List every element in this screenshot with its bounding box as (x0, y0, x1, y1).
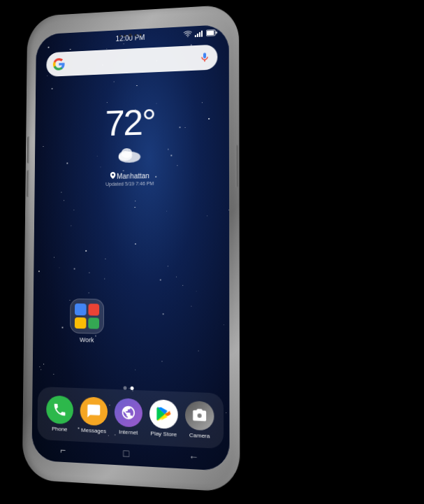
playstore-app-icon (149, 399, 178, 429)
svg-rect-2 (199, 32, 200, 37)
mic-icon[interactable] (199, 52, 210, 64)
svg-rect-0 (195, 35, 196, 37)
weather-widget: 72° Manhattan Updated 5/19 7:46 PM (105, 104, 155, 187)
work-folder-label: Work (70, 336, 104, 344)
phone-app-label: Phone (52, 426, 67, 433)
volume-down-button[interactable] (27, 170, 29, 197)
folder-app-4 (88, 317, 99, 329)
internet-app-label: Internet (119, 429, 138, 435)
location-pin-icon (110, 171, 115, 178)
messages-app-label: Messages (81, 427, 106, 435)
search-field[interactable] (69, 58, 199, 64)
messages-app-icon (80, 396, 108, 426)
svg-rect-1 (197, 34, 198, 37)
svg-rect-3 (201, 31, 203, 37)
power-button[interactable] (235, 145, 237, 187)
dock-messages[interactable]: Messages (80, 396, 108, 434)
phone-shell: 12:00 PM (22, 4, 240, 493)
folder-icon (70, 298, 104, 334)
wifi-icon (184, 30, 192, 38)
signal-icon (195, 30, 203, 38)
phone-wrapper: 12:00 PM (0, 0, 424, 504)
work-folder[interactable]: Work (70, 298, 104, 344)
battery-icon (206, 29, 217, 37)
dock-internet[interactable]: Internet (115, 398, 142, 436)
app-dock: Phone Messages (37, 387, 224, 449)
recent-apps-button[interactable]: ⌐ (60, 444, 66, 456)
dock-camera[interactable]: Camera (185, 401, 214, 440)
google-logo (53, 58, 65, 71)
svg-rect-5 (207, 31, 214, 35)
dock-phone[interactable]: Phone (46, 395, 73, 433)
weather-icon (115, 143, 145, 164)
folder-app-1 (75, 303, 86, 315)
playstore-app-label: Play Store (150, 430, 177, 438)
volume-up-button[interactable] (27, 136, 29, 164)
camera-app-icon (185, 401, 214, 431)
home-button[interactable]: □ (123, 447, 129, 459)
phone-app-icon (46, 395, 73, 424)
phone-screen: 12:00 PM (31, 24, 229, 471)
folder-app-3 (75, 317, 86, 329)
camera-app-label: Camera (189, 432, 210, 440)
back-button[interactable]: ← (189, 451, 199, 463)
status-right-icons (184, 29, 218, 38)
internet-app-icon (115, 398, 142, 428)
weather-updated: Updated 5/19 7:46 PM (105, 181, 155, 187)
temperature-display: 72° (105, 104, 155, 141)
svg-rect-6 (216, 31, 217, 34)
location-label: Manhattan (117, 172, 149, 180)
dock-playstore[interactable]: Play Store (149, 399, 178, 438)
front-camera (129, 34, 132, 37)
folder-app-2 (88, 303, 99, 315)
